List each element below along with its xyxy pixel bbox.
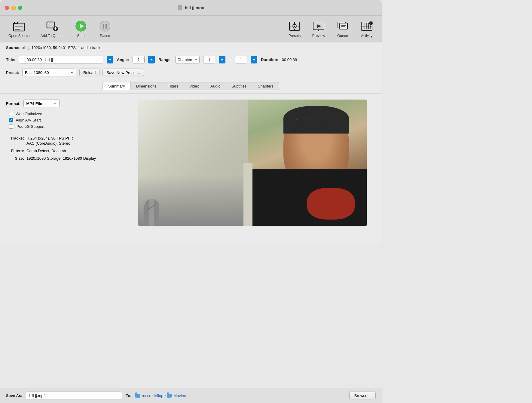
angle-stepper[interactable] bbox=[148, 56, 155, 63]
preset-select[interactable]: Fast 1080p30 bbox=[22, 69, 76, 76]
presets-label: Presets bbox=[289, 34, 301, 38]
size-value: 1920x1080 Storage, 1920x1080 Display bbox=[26, 156, 96, 161]
queue-button[interactable]: Queue bbox=[334, 19, 352, 39]
preview-panel bbox=[138, 100, 376, 238]
pause-icon bbox=[99, 20, 111, 32]
bottom-spacer bbox=[0, 244, 382, 262]
tab-subtitles[interactable]: Subtitles bbox=[226, 82, 252, 90]
range-label: Range: bbox=[158, 57, 172, 62]
open-source-button[interactable]: Open Source bbox=[6, 19, 32, 39]
web-optimized-label: Web Optimized bbox=[16, 112, 42, 116]
open-source-label: Open Source bbox=[8, 34, 30, 38]
svg-rect-31 bbox=[340, 23, 347, 29]
align-av-label: Align A/V Start bbox=[16, 118, 41, 122]
close-button[interactable] bbox=[5, 6, 9, 10]
filters-label: Filters: bbox=[6, 149, 24, 153]
title-row: Title: 1 - 00:00:39 - bill jj Angle: 1 R… bbox=[0, 53, 382, 66]
ipod-checkbox[interactable] bbox=[9, 125, 13, 129]
range-type-select[interactable]: Chapters bbox=[175, 56, 200, 63]
start-label: Start bbox=[77, 34, 85, 38]
size-label: Size: bbox=[6, 156, 24, 161]
svg-point-9 bbox=[48, 23, 50, 25]
duration-value: 00:00:39 bbox=[282, 57, 297, 62]
open-source-icon bbox=[13, 20, 25, 32]
format-dropdown[interactable]: MP4 File bbox=[23, 100, 60, 107]
source-bar: Source: bill jj, 1920x1080, 59.9401 FPS,… bbox=[0, 42, 382, 53]
filters-row: Filters: Comb Detect, Decomb bbox=[6, 149, 132, 153]
tab-summary[interactable]: Summary bbox=[102, 82, 131, 90]
svg-rect-17 bbox=[105, 24, 107, 29]
add-to-queue-icon bbox=[46, 20, 58, 32]
tab-audio[interactable]: Audio bbox=[205, 82, 226, 90]
pause-button[interactable]: Pause bbox=[96, 19, 114, 39]
range-to-stepper[interactable] bbox=[251, 56, 257, 63]
tracks-value1: H.264 (x264), 30 FPS PFR bbox=[26, 136, 73, 140]
filters-value: Comb Detect, Decomb bbox=[26, 149, 66, 153]
presets-button[interactable]: Presets bbox=[286, 19, 304, 39]
title-value: 1 - 00:00:39 - bill jj bbox=[21, 57, 53, 62]
svg-point-20 bbox=[294, 26, 295, 27]
info-section: Tracks: H.264 (x264), 30 FPS PFR AAC (Co… bbox=[6, 136, 132, 161]
align-av-checkbox[interactable] bbox=[9, 118, 13, 122]
angle-label: Angle: bbox=[117, 57, 129, 62]
svg-marker-26 bbox=[317, 24, 321, 28]
preset-row: Preset: Fast 1080p30 Reload Save New Pre… bbox=[0, 66, 382, 79]
tab-filters[interactable]: Filters bbox=[162, 82, 184, 90]
preset-label: Preset: bbox=[6, 70, 19, 75]
range-from-stepper[interactable] bbox=[219, 56, 225, 63]
file-icon bbox=[178, 5, 183, 11]
titlebar: bill jj.mov bbox=[0, 0, 382, 16]
web-optimized-row[interactable]: Web Optimized bbox=[9, 112, 132, 116]
title-select[interactable]: 1 - 00:00:39 - bill jj bbox=[19, 56, 103, 63]
minimize-button[interactable] bbox=[11, 6, 16, 10]
pause-label: Pause bbox=[100, 34, 110, 38]
queue-icon bbox=[336, 20, 349, 32]
format-label: Format: bbox=[6, 101, 20, 106]
web-optimized-checkbox[interactable] bbox=[9, 112, 13, 116]
align-av-row[interactable]: Align A/V Start bbox=[9, 118, 132, 122]
format-value: MP4 File bbox=[26, 101, 42, 106]
range-from-value: 1 bbox=[203, 56, 215, 63]
title-field-label: Title: bbox=[6, 57, 15, 62]
tabs-row: Summary Dimensions Filters Video Audio S… bbox=[0, 79, 382, 94]
checkboxes: Web Optimized Align A/V Start iPod 5G Su… bbox=[9, 112, 132, 129]
ipod-label: iPod 5G Support bbox=[16, 124, 44, 129]
queue-label: Queue bbox=[337, 34, 348, 38]
angle-value: 1 bbox=[133, 56, 145, 63]
preview-image bbox=[138, 100, 367, 226]
activity-label: Activity bbox=[361, 34, 372, 38]
range-dash: – bbox=[229, 57, 231, 62]
activity-button[interactable]: i Activity bbox=[358, 19, 376, 39]
start-button[interactable]: Start bbox=[72, 19, 90, 39]
tab-chapters[interactable]: Chapters bbox=[252, 82, 279, 90]
tracks-value2: AAC (CoreAudio), Stereo bbox=[26, 141, 73, 146]
add-to-queue-button[interactable]: Add To Queue bbox=[38, 19, 66, 39]
size-row: Size: 1920x1080 Storage, 1920x1080 Displ… bbox=[6, 156, 132, 161]
activity-icon: i bbox=[360, 20, 373, 32]
source-value: bill jj, 1920x1080, 59.9401 FPS, 1 audio… bbox=[22, 45, 100, 50]
settings-panel: Format: MP4 File Web Optimized Align A/V… bbox=[6, 100, 132, 238]
preview-icon bbox=[312, 20, 325, 32]
format-row: Format: MP4 File bbox=[6, 100, 132, 107]
main-content: Format: MP4 File Web Optimized Align A/V… bbox=[0, 94, 382, 244]
duration-label: Duration: bbox=[261, 57, 278, 62]
svg-point-15 bbox=[100, 21, 110, 31]
ipod-row[interactable]: iPod 5G Support bbox=[9, 124, 132, 129]
svg-rect-16 bbox=[103, 24, 104, 29]
window-title: bill jj.mov bbox=[178, 5, 204, 11]
tab-dimensions[interactable]: Dimensions bbox=[131, 82, 162, 90]
tab-video[interactable]: Video bbox=[184, 82, 205, 90]
toolbar: Open Source Add To Queue bbox=[0, 16, 382, 42]
reload-button[interactable]: Reload bbox=[79, 69, 99, 76]
save-new-preset-button[interactable]: Save New Preset... bbox=[102, 69, 144, 76]
add-to-queue-label: Add To Queue bbox=[41, 34, 64, 38]
preview-label: Preview bbox=[312, 34, 325, 38]
source-label: Source: bbox=[6, 45, 20, 50]
maximize-button[interactable] bbox=[18, 6, 22, 10]
title-stepper[interactable] bbox=[107, 56, 113, 63]
traffic-lights bbox=[5, 6, 22, 10]
range-to-value: 1 bbox=[235, 56, 247, 63]
preview-button[interactable]: Preview bbox=[310, 19, 328, 39]
preset-value: Fast 1080p30 bbox=[25, 70, 49, 75]
start-icon bbox=[75, 20, 87, 32]
